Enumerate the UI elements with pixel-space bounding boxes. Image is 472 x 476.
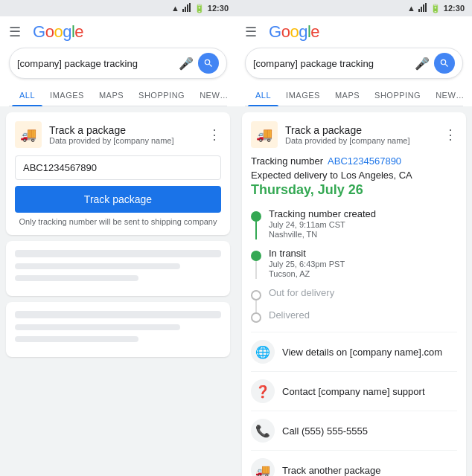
- tab-news-left[interactable]: NEW…: [192, 85, 236, 106]
- tabs-left: ALL IMAGES MAPS SHOPPING NEW…: [9, 85, 227, 106]
- delivery-date: Thursday, July 26: [251, 182, 457, 198]
- tab-all-right[interactable]: ALL: [248, 85, 278, 106]
- timeline-item-created: Tracking number created July 24, 9:11am …: [251, 208, 457, 239]
- action-view-details[interactable]: 🌐 View details on [company name].com: [251, 332, 457, 371]
- google-header-right: ☰ Google [company] package tracking 🎤 AL…: [236, 16, 472, 106]
- hamburger-menu-left[interactable]: ☰: [9, 24, 21, 40]
- action-contact-support[interactable]: ❓ Contact [company name] support: [251, 371, 457, 411]
- search-button-left[interactable]: [198, 53, 219, 74]
- timeline-location-transit: Tucson, AZ: [269, 269, 345, 278]
- mic-icon-right[interactable]: 🎤: [415, 57, 430, 71]
- skeleton-card-1: [6, 241, 230, 296]
- battery-icon-right: 🔋: [430, 4, 441, 13]
- more-options-icon-left[interactable]: ⋮: [208, 126, 221, 143]
- svg-rect-2: [187, 4, 188, 12]
- tab-shopping-right[interactable]: SHOPPING: [367, 85, 428, 106]
- timeline-item-delivered: Delivered: [251, 309, 457, 323]
- status-bar-right: ▲ 🔋 12:30: [236, 0, 472, 16]
- tabs-right: ALL IMAGES MAPS SHOPPING NEW…: [245, 85, 463, 106]
- tab-maps-left[interactable]: MAPS: [92, 85, 131, 106]
- svg-rect-1: [185, 7, 186, 12]
- google-header-left: ☰ Google [company] package tracking 🎤 AL…: [0, 16, 236, 106]
- skeleton-row: [15, 311, 221, 318]
- search-input-right[interactable]: [company] package tracking: [253, 58, 415, 69]
- timeline-dot-transit: [251, 251, 261, 261]
- search-bar-left[interactable]: [company] package tracking 🎤: [9, 48, 227, 79]
- tracking-number-input[interactable]: ABC1234567890: [15, 155, 221, 180]
- timeline-location-created: Nashville, TN: [269, 230, 376, 239]
- card-subtitle-right: Data provided by [company name]: [285, 136, 444, 145]
- mic-icon-left[interactable]: 🎤: [179, 57, 194, 71]
- skeleton-row: [15, 250, 221, 257]
- svg-rect-3: [189, 3, 191, 12]
- tracking-result-card: 🚚 Track a package Data provided by [comp…: [242, 112, 466, 476]
- more-options-icon-right[interactable]: ⋮: [444, 126, 457, 143]
- card-title-wrap-right: Track a package Data provided by [compan…: [285, 124, 444, 145]
- tab-all-left[interactable]: ALL: [12, 85, 42, 106]
- card-header-left: 🚚 Track a package Data provided by [comp…: [15, 121, 221, 148]
- card-subtitle-left: Data provided by [company name]: [49, 136, 208, 145]
- timeline-detail-created: July 24, 9:11am CST: [269, 220, 376, 229]
- timeline-info-out-delivery: Out for delivery: [269, 287, 334, 298]
- card-title-wrap-left: Track a package Data provided by [compan…: [49, 124, 208, 145]
- right-panel: ▲ 🔋 12:30 ☰ Google [company] package tra…: [236, 0, 472, 476]
- tracking-disclaimer: Only tracking number will be sent to shi…: [15, 217, 221, 226]
- skeleton-row: [15, 263, 180, 269]
- timeline-status-transit: In transit: [269, 248, 345, 259]
- timeline-dot-delivered: [251, 312, 261, 323]
- timeline-status-delivered: Delivered: [269, 309, 310, 321]
- search-button-right[interactable]: [434, 53, 455, 74]
- timeline-line-1: [255, 220, 257, 239]
- tab-images-left[interactable]: IMAGES: [42, 85, 92, 106]
- tab-news-right[interactable]: NEW…: [428, 85, 472, 106]
- wifi-icon-right: ▲: [407, 4, 415, 13]
- phone-icon: 📞: [251, 419, 275, 443]
- truck-icon-left: 🚚: [15, 121, 42, 148]
- status-bar-left: ▲ 🔋 12:30: [0, 0, 236, 16]
- main-content-right: 🚚 Track a package Data provided by [comp…: [236, 106, 472, 476]
- timeline-detail-transit: July 25, 6:43pm PST: [269, 260, 345, 268]
- tab-images-right[interactable]: IMAGES: [278, 85, 328, 106]
- help-icon: ❓: [251, 379, 275, 403]
- status-time-right: 12:30: [444, 4, 465, 13]
- tracking-number-value[interactable]: ABC1234567890: [328, 155, 401, 167]
- tab-shopping-left[interactable]: SHOPPING: [131, 85, 192, 106]
- svg-rect-6: [423, 4, 424, 12]
- action-track-another[interactable]: 🚚 Track another package: [251, 450, 457, 476]
- timeline-line-2: [255, 260, 257, 279]
- tab-maps-right[interactable]: MAPS: [328, 85, 367, 106]
- track-package-button[interactable]: Track package: [15, 186, 221, 213]
- timeline-info-transit: In transit July 25, 6:43pm PST Tucson, A…: [269, 248, 345, 278]
- search-bar-right[interactable]: [company] package tracking 🎤: [245, 48, 463, 79]
- google-logo-left: Google: [33, 22, 83, 42]
- action-label-contact-support: Contact [company name] support: [282, 386, 425, 397]
- card-title-right: Track a package: [285, 124, 444, 136]
- svg-rect-0: [182, 9, 184, 12]
- track-package-card-left: 🚚 Track a package Data provided by [comp…: [6, 112, 230, 235]
- google-logo-right: Google: [269, 22, 319, 42]
- timeline-info-delivered: Delivered: [269, 309, 310, 321]
- battery-icon: 🔋: [194, 4, 205, 13]
- action-call[interactable]: 📞 Call (555) 555-5555: [251, 411, 457, 450]
- timeline-info-created: Tracking number created July 24, 9:11am …: [269, 208, 376, 239]
- globe-icon: 🌐: [251, 340, 275, 364]
- hamburger-menu-right[interactable]: ☰: [245, 24, 257, 40]
- tracking-number-label: Tracking number: [251, 155, 323, 167]
- signal-icon-right: [418, 3, 427, 13]
- tracking-timeline: Tracking number created July 24, 9:11am …: [251, 205, 457, 326]
- search-input-left[interactable]: [company] package tracking: [17, 58, 179, 69]
- action-label-call: Call (555) 555-5555: [282, 425, 368, 437]
- left-panel: ▲ 🔋 12:30 ☰ Google [company] package tra…: [0, 0, 236, 476]
- delivery-label: Expected delivery to Los Angeles, CA: [251, 170, 457, 181]
- action-label-view-details: View details on [company name].com: [282, 347, 442, 358]
- timeline-status-created: Tracking number created: [269, 208, 376, 219]
- tracking-number-row: Tracking number ABC1234567890: [251, 155, 457, 167]
- action-label-track-another: Track another package: [282, 465, 380, 476]
- timeline-dot-out-delivery: [251, 290, 261, 300]
- status-time-left: 12:30: [208, 4, 229, 13]
- timeline-item-transit: In transit July 25, 6:43pm PST Tucson, A…: [251, 248, 457, 278]
- svg-rect-5: [421, 7, 422, 12]
- skeleton-card-2: [6, 302, 230, 357]
- truck-action-icon: 🚚: [251, 458, 275, 476]
- wifi-icon: ▲: [171, 4, 179, 13]
